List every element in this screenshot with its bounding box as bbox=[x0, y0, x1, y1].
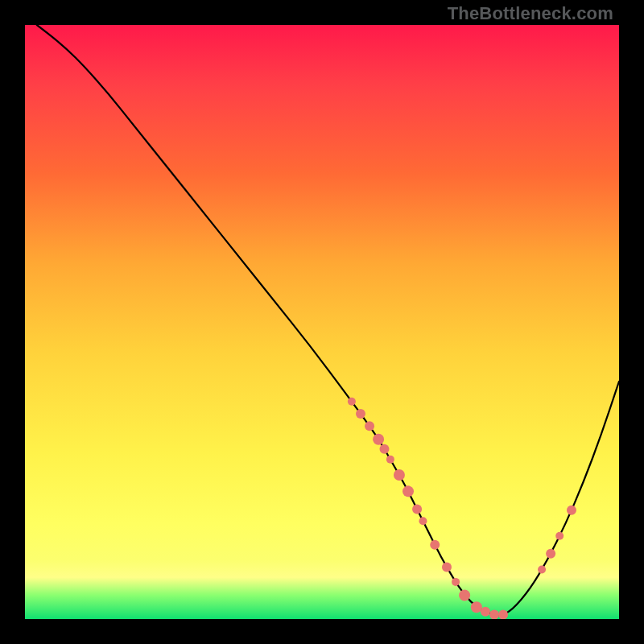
curve-marker bbox=[419, 517, 427, 525]
curve-marker bbox=[356, 409, 365, 419]
curve-marker bbox=[567, 506, 576, 515]
plot-area bbox=[25, 25, 619, 619]
curve-marker bbox=[498, 609, 508, 619]
curve-marker bbox=[489, 609, 499, 619]
attribution-text: TheBottleneck.com bbox=[448, 3, 613, 24]
curve-marker bbox=[459, 589, 470, 601]
curve-marker bbox=[442, 562, 452, 572]
bottleneck-curve-svg bbox=[25, 25, 619, 619]
curve-marker bbox=[379, 444, 389, 454]
curve-marker bbox=[452, 578, 460, 586]
curve-marker bbox=[386, 456, 394, 464]
curve-marker bbox=[412, 504, 422, 514]
curve-marker bbox=[546, 549, 555, 559]
curve-marker bbox=[481, 607, 490, 617]
curve-marker bbox=[394, 469, 405, 481]
curve-marker bbox=[538, 566, 546, 574]
curve-marker bbox=[373, 434, 384, 445]
curve-marker bbox=[471, 601, 482, 613]
curve-marker bbox=[430, 540, 440, 550]
chart-frame: TheBottleneck.com bbox=[0, 0, 644, 644]
curve-marker bbox=[402, 485, 414, 497]
curve-marker bbox=[555, 532, 564, 540]
bottleneck-curve bbox=[37, 25, 619, 615]
curve-marker bbox=[365, 421, 374, 431]
curve-markers-group bbox=[348, 398, 576, 619]
curve-marker bbox=[348, 398, 356, 406]
